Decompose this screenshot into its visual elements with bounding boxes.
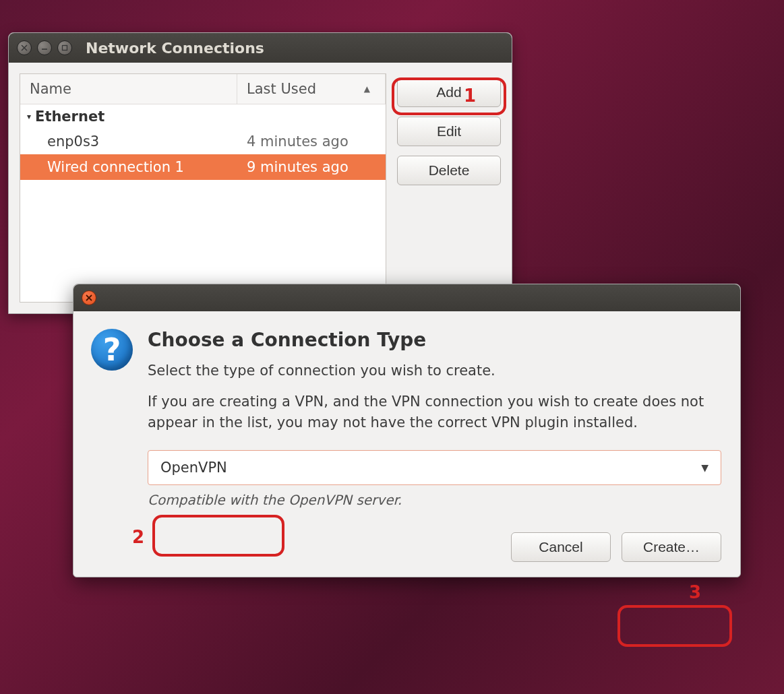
connection-last-used: 9 minutes ago bbox=[237, 154, 386, 180]
svg-rect-0 bbox=[63, 46, 67, 51]
network-connections-window: Network Connections Name Last Used ▲ ▾ E… bbox=[8, 32, 512, 314]
column-header-last-used-label: Last Used bbox=[247, 81, 316, 97]
chevron-down-icon: ▼ bbox=[701, 462, 708, 473]
close-icon[interactable] bbox=[82, 290, 96, 305]
dropdown-value: OpenVPN bbox=[160, 460, 227, 476]
compat-text: Compatible with the OpenVPN server. bbox=[148, 492, 721, 508]
dialog-title: Choose a Connection Type bbox=[148, 329, 721, 351]
cancel-button[interactable]: Cancel bbox=[511, 532, 611, 562]
annotation-box-3 bbox=[617, 605, 732, 647]
sort-asc-icon: ▲ bbox=[364, 84, 375, 94]
delete-button[interactable]: Delete bbox=[397, 156, 501, 185]
connection-last-used: 4 minutes ago bbox=[237, 129, 386, 154]
dialog-buttons: Cancel Create… bbox=[148, 532, 721, 562]
column-header-last-used[interactable]: Last Used ▲ bbox=[237, 74, 386, 104]
action-buttons: Add Edit Delete bbox=[397, 73, 501, 303]
connections-list[interactable]: Name Last Used ▲ ▾ Ethernet enp0s3 4 min… bbox=[20, 73, 386, 303]
dialog-body: ? Choose a Connection Type Select the ty… bbox=[73, 311, 740, 577]
close-icon[interactable] bbox=[17, 40, 32, 55]
dialog-text-2: If you are creating a VPN, and the VPN c… bbox=[148, 391, 721, 434]
create-button[interactable]: Create… bbox=[622, 532, 721, 562]
titlebar[interactable]: Network Connections bbox=[9, 33, 512, 63]
list-header: Name Last Used ▲ bbox=[20, 74, 386, 104]
column-header-name[interactable]: Name bbox=[20, 74, 237, 104]
choose-connection-type-dialog: ? Choose a Connection Type Select the ty… bbox=[73, 284, 741, 577]
annotation-number-3: 3 bbox=[689, 582, 701, 602]
connection-name: enp0s3 bbox=[20, 129, 237, 154]
group-label: Ethernet bbox=[35, 108, 104, 125]
add-button[interactable]: Add bbox=[397, 77, 501, 107]
connection-name: Wired connection 1 bbox=[20, 154, 237, 180]
minimize-icon[interactable] bbox=[37, 40, 52, 55]
table-row[interactable]: enp0s3 4 minutes ago bbox=[20, 129, 386, 154]
dialog-content: Choose a Connection Type Select the type… bbox=[148, 329, 721, 562]
chevron-down-icon: ▾ bbox=[27, 112, 31, 121]
question-icon: ? bbox=[91, 329, 133, 371]
maximize-icon[interactable] bbox=[57, 40, 72, 55]
dialog-text-1: Select the type of connection you wish t… bbox=[148, 360, 721, 382]
edit-button[interactable]: Edit bbox=[397, 117, 501, 146]
window-body: Name Last Used ▲ ▾ Ethernet enp0s3 4 min… bbox=[9, 63, 512, 313]
window-title: Network Connections bbox=[86, 40, 264, 57]
connection-type-dropdown[interactable]: OpenVPN ▼ bbox=[148, 450, 721, 485]
titlebar[interactable] bbox=[73, 284, 740, 311]
table-row[interactable]: Wired connection 1 9 minutes ago bbox=[20, 154, 386, 180]
group-ethernet[interactable]: ▾ Ethernet bbox=[20, 104, 386, 129]
